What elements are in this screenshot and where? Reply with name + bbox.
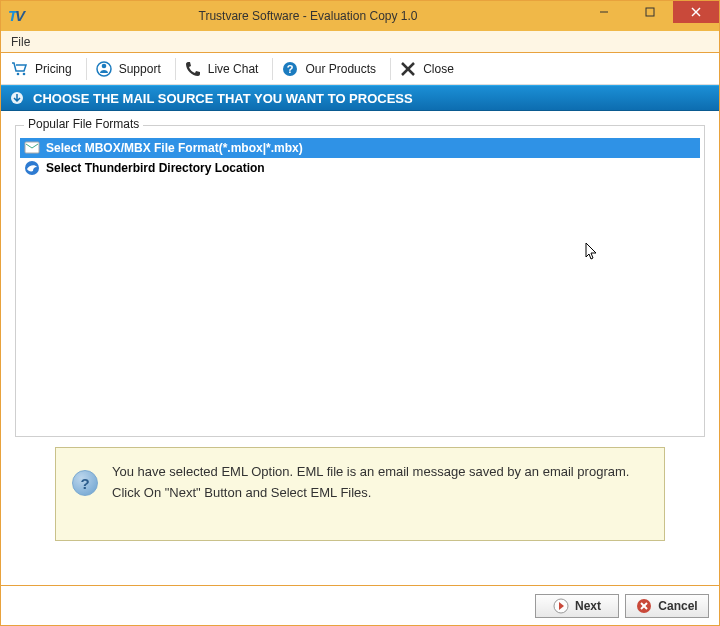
info-icon: ? — [72, 470, 98, 496]
titlebar[interactable]: T V Trustvare Software - Evaluation Copy… — [1, 1, 719, 31]
info-panel: ? You have selected EML Option. EML file… — [55, 447, 665, 541]
svg-point-9 — [101, 63, 106, 68]
pricing-label: Pricing — [35, 62, 72, 76]
pricing-button[interactable]: Pricing — [5, 55, 82, 83]
maximize-button[interactable] — [627, 1, 673, 23]
separator — [175, 58, 176, 80]
info-text: You have selected EML Option. EML file i… — [112, 462, 642, 504]
file-format-list: Select MBOX/MBX File Format(*.mbox|*.mbx… — [20, 138, 700, 178]
separator — [272, 58, 273, 80]
app-logo-icon: T V — [7, 5, 29, 27]
separator — [390, 58, 391, 80]
support-button[interactable]: Support — [89, 55, 171, 83]
section-header: CHOOSE THE MAIL SOURCE THAT YOU WANT TO … — [1, 85, 719, 111]
question-icon: ? — [279, 58, 301, 80]
list-item-label: Select MBOX/MBX File Format(*.mbox|*.mbx… — [46, 141, 303, 155]
phone-icon — [182, 58, 204, 80]
group-legend: Popular File Formats — [24, 117, 143, 131]
close-button[interactable]: Close — [393, 55, 464, 83]
svg-text:V: V — [15, 7, 27, 24]
products-button[interactable]: ? Our Products — [275, 55, 386, 83]
list-item-label: Select Thunderbird Directory Location — [46, 161, 265, 175]
next-button[interactable]: Next — [535, 594, 619, 618]
livechat-button[interactable]: Live Chat — [178, 55, 269, 83]
thunderbird-icon — [24, 160, 40, 176]
close-icon — [397, 58, 419, 80]
cancel-icon — [636, 598, 652, 614]
list-item-thunderbird[interactable]: Select Thunderbird Directory Location — [20, 158, 700, 178]
cancel-button[interactable]: Cancel — [625, 594, 709, 618]
arrow-down-icon — [9, 90, 25, 106]
next-label: Next — [575, 599, 601, 613]
file-formats-group: Popular File Formats Select MBOX/MBX Fil… — [15, 125, 705, 437]
next-icon — [553, 598, 569, 614]
footer: Next Cancel — [1, 585, 719, 625]
close-label: Close — [423, 62, 454, 76]
cart-icon — [9, 58, 31, 80]
toolbar: Pricing Support Live Chat ? Our Products — [1, 53, 719, 85]
cancel-label: Cancel — [658, 599, 697, 613]
file-menu[interactable]: File — [1, 35, 40, 49]
mail-file-icon — [24, 140, 40, 156]
list-item-mbox[interactable]: Select MBOX/MBX File Format(*.mbox|*.mbx… — [20, 138, 700, 158]
minimize-button[interactable] — [581, 1, 627, 23]
products-label: Our Products — [305, 62, 376, 76]
app-window: T V Trustvare Software - Evaluation Copy… — [0, 0, 720, 626]
livechat-label: Live Chat — [208, 62, 259, 76]
svg-text:?: ? — [287, 63, 294, 75]
section-header-text: CHOOSE THE MAIL SOURCE THAT YOU WANT TO … — [33, 91, 413, 106]
support-icon — [93, 58, 115, 80]
menubar: File — [1, 31, 719, 53]
svg-point-7 — [23, 72, 26, 75]
window-title: Trustvare Software - Evaluation Copy 1.0 — [35, 9, 581, 23]
svg-point-6 — [17, 72, 20, 75]
support-label: Support — [119, 62, 161, 76]
separator — [86, 58, 87, 80]
svg-rect-3 — [646, 8, 654, 16]
close-window-button[interactable] — [673, 1, 719, 23]
main-content: Popular File Formats Select MBOX/MBX Fil… — [1, 111, 719, 585]
